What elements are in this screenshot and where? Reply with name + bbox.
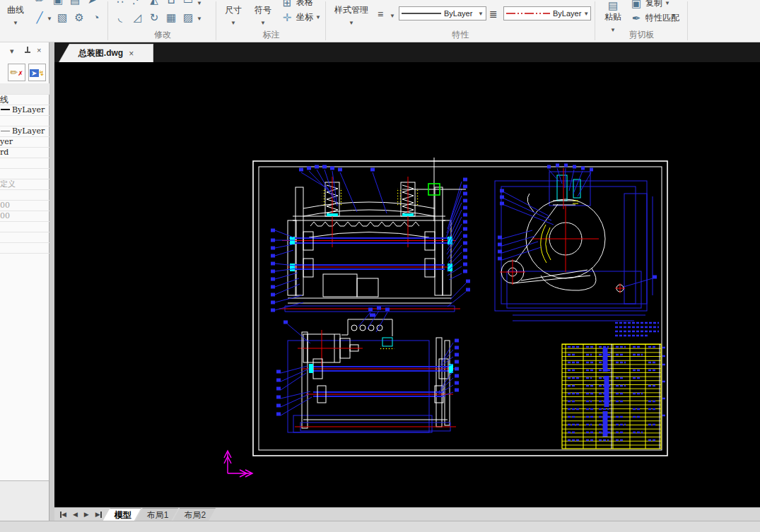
ucs-icon: [224, 451, 252, 477]
application-window: 曲线 ▼ ✏ ▣ ▤ ➤ ╱ ▼ ▧ ⚙ ◔ ∴ ⋰ ◭ ⊔ ▭ ▼ ◟ ◿ ↻…: [0, 0, 760, 532]
match-properties-button[interactable]: ✒ 特性匹配: [629, 12, 679, 24]
rotate-icon[interactable]: ↻: [147, 12, 161, 23]
point-edit-icon[interactable]: ∴: [113, 0, 127, 6]
paste-icon: ▤: [606, 0, 620, 11]
copy-label: 复制: [645, 0, 662, 9]
cad-drawing[interactable]: [54, 62, 760, 507]
tab-layout2[interactable]: 布局2: [173, 508, 216, 521]
box-3d-icon[interactable]: ▦: [164, 12, 178, 23]
linetype-select-2[interactable]: ByLayer ▼: [503, 6, 591, 20]
table-label: 表格: [296, 0, 313, 8]
chevron-down-icon: ▼: [260, 20, 266, 26]
group-divider: [107, 1, 108, 40]
curve-button[interactable]: 曲线 ▼: [1, 0, 30, 30]
property-row[interactable]: rd: [0, 148, 49, 158]
mirror-icon[interactable]: ◭: [147, 0, 161, 6]
document-tab[interactable]: 总装图.dwg ×: [59, 44, 153, 62]
property-row[interactable]: [0, 243, 49, 254]
coordinate-icon: ✛: [280, 12, 294, 23]
property-row[interactable]: [0, 169, 49, 179]
group-divider: [325, 1, 326, 40]
property-row[interactable]: 00: [0, 211, 49, 222]
region-icon[interactable]: ▣: [51, 0, 65, 6]
divide-icon[interactable]: ⋰: [130, 0, 144, 6]
linetype-swatch: [1, 109, 10, 110]
palette-header: ▾ ×: [0, 44, 49, 61]
hatch-edit-icon[interactable]: ▨: [181, 12, 195, 23]
property-row[interactable]: [0, 116, 49, 126]
dimension-button[interactable]: 尺寸 ▼: [221, 0, 246, 26]
pencil-icon[interactable]: ✏: [33, 0, 47, 6]
group-divider: [216, 1, 216, 40]
rectangle-icon[interactable]: ▭: [181, 0, 195, 6]
linetype-select-1[interactable]: ByLayer ▼: [399, 6, 486, 20]
lineweight-icon[interactable]: ≡: [378, 8, 383, 20]
pick-arrow-icon[interactable]: ➤: [85, 0, 99, 6]
linetype-2-value: ByLayer: [553, 9, 581, 18]
prev-tab-button[interactable]: ◀: [73, 511, 78, 518]
gear-icon[interactable]: ⚙: [72, 12, 86, 23]
drawing-canvas[interactable]: [54, 62, 760, 507]
property-row[interactable]: [0, 222, 49, 232]
table-button[interactable]: ⊞ 表格: [280, 0, 313, 8]
style-manager-button[interactable]: 样式管理 ▼: [329, 0, 373, 26]
pie-wipeout-icon[interactable]: ◔: [89, 12, 103, 23]
lineweight-list-icon[interactable]: ≣: [489, 8, 498, 20]
cursor-select-icon: ➤↯: [30, 67, 45, 78]
pin-icon[interactable]: [24, 47, 31, 55]
line-dropdown-icon[interactable]: ▼: [47, 16, 52, 22]
property-row[interactable]: [0, 190, 49, 201]
next-tab-button[interactable]: ▶: [84, 511, 89, 518]
property-row[interactable]: [0, 158, 49, 169]
solid-linetype-swatch: [402, 11, 441, 16]
union-icon[interactable]: ⊔: [164, 0, 178, 6]
copy-button[interactable]: ▣ 复制 ▼: [629, 0, 670, 9]
palette-footer: [0, 480, 49, 521]
symbol-button[interactable]: 符号 ▼: [250, 0, 276, 26]
dashdot-linetype-swatch: [506, 11, 550, 16]
group-divider: [687, 1, 688, 40]
hatch-icon[interactable]: ▧: [55, 12, 69, 23]
line-icon[interactable]: ╱: [33, 12, 47, 23]
chevron-down-icon[interactable]: ▾: [10, 47, 14, 56]
linetype-swatch: [1, 131, 10, 131]
chevron-down-icon: ▼: [665, 0, 670, 6]
style-manager-label: 样式管理: [334, 4, 368, 16]
table-icon: ⊞: [280, 0, 294, 8]
drive-view: [276, 308, 459, 432]
fillet-icon[interactable]: ◟: [113, 12, 127, 23]
property-row[interactable]: 定义: [0, 179, 49, 190]
first-tab-button[interactable]: ◀: [60, 511, 66, 518]
property-row[interactable]: yer: [0, 137, 49, 148]
property-row[interactable]: 00: [0, 201, 49, 211]
quick-select-button[interactable]: ✏✗: [8, 64, 25, 81]
pencil-x-icon: ✏✗: [10, 67, 23, 78]
curve-button-label: 曲线: [7, 4, 24, 16]
tab-model[interactable]: 模型: [103, 508, 141, 521]
property-row[interactable]: [0, 83, 49, 95]
tab-layout1[interactable]: 布局1: [136, 508, 179, 521]
panel-resize-bar[interactable]: [49, 42, 54, 521]
solid-icon[interactable]: ▤: [68, 0, 82, 6]
close-icon[interactable]: ×: [37, 46, 41, 54]
dimension-label: 尺寸: [225, 4, 242, 16]
chamfer-icon[interactable]: ◿: [130, 12, 144, 23]
document-tab-title: 总装图.dwg: [78, 47, 123, 59]
chevron-down-icon: ▼: [13, 20, 18, 26]
lineweight-dropdown-icon[interactable]: ▼: [390, 13, 395, 19]
paste-button[interactable]: ▤ 粘贴 ▼: [600, 0, 626, 33]
paste-label: 粘贴: [604, 11, 621, 23]
close-icon[interactable]: ×: [129, 49, 134, 59]
property-row[interactable]: ByLayer: [0, 105, 49, 116]
select-objects-button[interactable]: ➤↯: [28, 64, 46, 81]
last-tab-button[interactable]: ▶: [95, 511, 102, 518]
layout-tab-bar: ◀ ◀ ▶ ▶ 模型 布局1 布局2: [54, 507, 760, 521]
property-row[interactable]: ByLayer: [0, 126, 49, 137]
clipboard-group-label: 剪切板: [596, 29, 687, 40]
hatch-edit-dropdown-icon[interactable]: ▼: [197, 16, 202, 22]
property-row[interactable]: 线: [0, 95, 49, 105]
coordinate-button[interactable]: ✛ 坐标 ▼: [280, 11, 321, 23]
chevron-down-icon: ▼: [349, 20, 354, 26]
modify-dropdown-icon[interactable]: ▼: [197, 0, 202, 6]
property-row[interactable]: [0, 232, 49, 243]
